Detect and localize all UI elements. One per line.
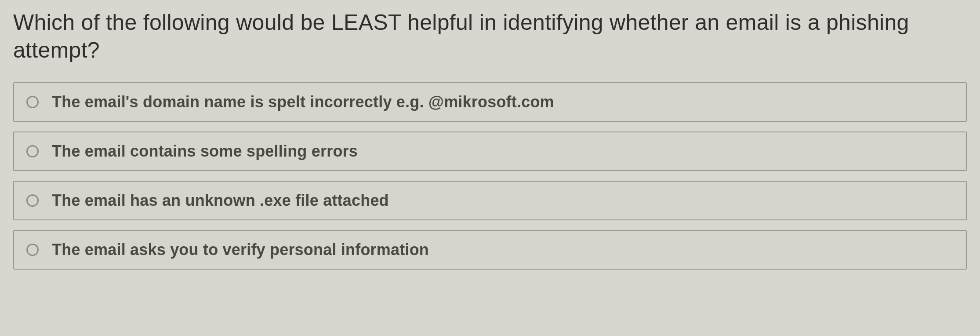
radio-icon[interactable] <box>26 145 39 157</box>
option-3[interactable]: The email has an unknown .exe file attac… <box>13 181 967 220</box>
option-2-label: The email contains some spelling errors <box>52 142 358 161</box>
option-1[interactable]: The email's domain name is spelt incorre… <box>13 82 967 122</box>
option-2[interactable]: The email contains some spelling errors <box>13 131 967 171</box>
radio-icon[interactable] <box>26 194 39 207</box>
option-4[interactable]: The email asks you to verify personal in… <box>13 230 967 270</box>
question-text: Which of the following would be LEAST he… <box>13 9 967 64</box>
option-1-label: The email's domain name is spelt incorre… <box>52 93 554 111</box>
option-3-label: The email has an unknown .exe file attac… <box>52 191 389 210</box>
options-list: The email's domain name is spelt incorre… <box>13 82 967 270</box>
radio-icon[interactable] <box>26 96 39 108</box>
radio-icon[interactable] <box>26 244 39 256</box>
option-4-label: The email asks you to verify personal in… <box>52 241 429 259</box>
